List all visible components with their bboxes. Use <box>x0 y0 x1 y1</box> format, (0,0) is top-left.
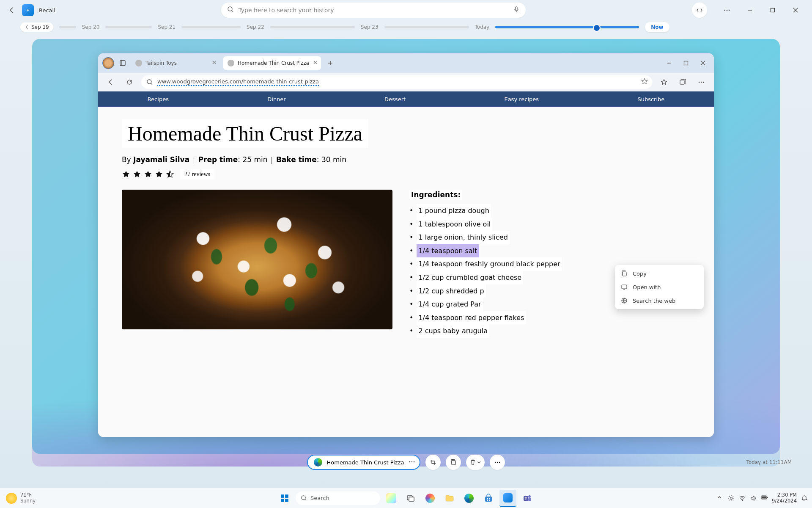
recall-taskbar-icon[interactable] <box>499 490 516 507</box>
nav-link[interactable]: Dessert <box>384 96 406 102</box>
taskbar: 71°F Sunny Search T 2:30 PM 9/24/2024 <box>0 488 812 508</box>
browser-menu-icon[interactable] <box>694 75 708 89</box>
close-button[interactable] <box>786 3 805 17</box>
crop-button[interactable] <box>425 455 441 470</box>
more-button[interactable] <box>717 3 737 17</box>
nav-link[interactable]: Recipes <box>148 96 169 102</box>
context-label: Open with <box>633 284 661 290</box>
profile-avatar[interactable] <box>102 57 114 69</box>
svg-rect-44 <box>767 497 768 498</box>
review-count: 27 reviews <box>180 169 214 179</box>
timeline-date: Sep 20 <box>82 24 100 30</box>
battery-icon[interactable] <box>761 495 768 502</box>
timeline-date-current[interactable]: Sep 19 <box>20 22 53 32</box>
store-icon[interactable] <box>480 490 497 507</box>
browser-maximize-icon[interactable] <box>679 56 693 70</box>
ingredient-item: 1/2 cup shredded p <box>409 284 562 298</box>
edge-taskbar-icon[interactable] <box>461 490 477 507</box>
svg-point-23 <box>499 462 499 463</box>
svg-point-8 <box>147 80 151 84</box>
wifi-icon[interactable] <box>739 495 746 502</box>
ingredient-item: 1/4 teaspoon red pepper flakes <box>409 311 562 325</box>
taskbar-app-icon[interactable] <box>383 490 400 507</box>
explorer-icon[interactable] <box>441 490 458 507</box>
address-bar[interactable]: www.woodgrovegroceries.com/homemade-thin… <box>141 75 652 89</box>
source-app-pill[interactable]: Homemade Thin Crust Pizza <box>307 455 420 470</box>
more-actions-button[interactable] <box>490 455 505 470</box>
sun-icon <box>6 493 17 504</box>
nav-link[interactable]: Dinner <box>267 96 285 102</box>
svg-rect-30 <box>409 497 414 501</box>
tab-actions-icon[interactable] <box>118 58 128 68</box>
tray-settings-icon[interactable] <box>728 495 735 502</box>
code-button[interactable] <box>692 3 707 18</box>
svg-point-4 <box>729 10 730 11</box>
microphone-icon[interactable] <box>513 6 520 14</box>
star-icon <box>155 170 163 179</box>
context-open-with[interactable]: Open with <box>615 280 704 294</box>
volume-icon[interactable] <box>750 495 757 502</box>
history-search-box[interactable] <box>221 3 526 18</box>
ingredient-text: 1/2 cup shredded p <box>417 284 486 298</box>
weather-temp: 71°F <box>20 492 36 498</box>
teams-icon[interactable]: T <box>519 490 536 507</box>
favorites-icon[interactable] <box>657 75 671 89</box>
system-clock[interactable]: 2:30 PM 9/24/2024 <box>772 492 797 504</box>
prep-label: Prep time <box>198 155 238 164</box>
ingredient-text: 1/2 cup crumbled goat cheese <box>417 271 523 284</box>
svg-rect-7 <box>684 61 688 65</box>
favorite-star-icon[interactable] <box>641 78 648 86</box>
copy-snapshot-button[interactable] <box>446 455 461 470</box>
collections-icon[interactable] <box>676 75 689 89</box>
nav-back-icon[interactable] <box>104 75 118 89</box>
browser-tab[interactable]: Tailspin Toys <box>131 56 220 70</box>
timeline[interactable]: Sep 19 Sep 20 Sep 21 Sep 22 Sep 23 Today… <box>0 20 812 34</box>
refresh-icon[interactable] <box>123 75 136 89</box>
bake-value: : 30 min <box>317 155 346 164</box>
delete-snapshot-button[interactable] <box>466 455 485 470</box>
context-label: Search the web <box>633 298 675 304</box>
site-nav: Recipes Dinner Dessert Easy recipes Subs… <box>98 91 714 107</box>
taskbar-search[interactable]: Search <box>296 491 380 505</box>
ingredient-text: 1 large onion, thinly sliced <box>417 231 509 244</box>
timeline-date: Sep 22 <box>247 24 264 30</box>
ingredient-item: 1 pound pizza dough <box>409 204 562 218</box>
new-tab-button[interactable] <box>324 57 336 69</box>
source-more-icon[interactable] <box>409 458 415 467</box>
weather-widget[interactable]: 71°F Sunny <box>6 492 36 504</box>
nav-link[interactable]: Easy recipes <box>504 96 539 102</box>
svg-rect-15 <box>622 285 627 289</box>
nav-link[interactable]: Subscribe <box>637 96 664 102</box>
bake-label: Bake time <box>276 155 317 164</box>
browser-close-icon[interactable] <box>696 56 710 70</box>
clock-date: 9/24/2024 <box>772 498 797 504</box>
context-copy[interactable]: Copy <box>615 267 704 280</box>
timeline-active-segment[interactable] <box>495 26 639 28</box>
browser-minimize-icon[interactable] <box>662 56 676 70</box>
start-button[interactable] <box>276 490 293 507</box>
ingredient-text: 1/4 teaspoon salt <box>417 244 479 258</box>
notifications-icon[interactable] <box>801 495 808 502</box>
ingredient-item: 1/2 cup crumbled goat cheese <box>409 271 562 284</box>
svg-rect-6 <box>120 61 125 66</box>
svg-rect-34 <box>487 500 488 501</box>
tray-chevron-icon[interactable] <box>717 495 724 502</box>
svg-rect-39 <box>528 498 531 501</box>
maximize-button[interactable] <box>763 3 782 17</box>
now-button[interactable]: Now <box>645 22 669 32</box>
tab-close-icon[interactable] <box>313 60 318 66</box>
history-search-input[interactable] <box>238 7 509 14</box>
context-menu: Copy Open with Search the web <box>615 265 704 309</box>
browser-toolbar: www.woodgrovegroceries.com/homemade-thin… <box>98 73 714 91</box>
context-search-web[interactable]: Search the web <box>615 294 704 307</box>
author-name: Jayamali Silva <box>133 155 189 164</box>
tab-close-icon[interactable] <box>212 60 217 66</box>
minimize-button[interactable] <box>740 3 760 17</box>
timeline-today-label: Today <box>475 24 490 30</box>
back-button[interactable] <box>7 5 17 15</box>
star-half-icon <box>166 170 174 179</box>
copilot-icon[interactable] <box>422 490 439 507</box>
task-view-icon[interactable] <box>402 490 419 507</box>
browser-tab-active[interactable]: Homemade Thin Crust Pizza <box>223 56 321 70</box>
svg-rect-35 <box>489 500 490 501</box>
